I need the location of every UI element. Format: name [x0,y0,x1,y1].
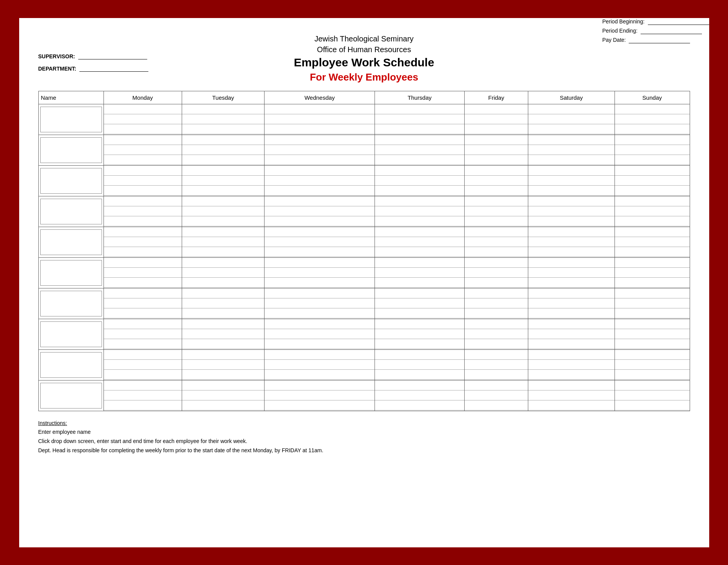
table-row [38,165,690,196]
day-cell[interactable] [375,257,465,288]
day-cell[interactable] [104,227,182,257]
day-cell[interactable] [265,257,375,288]
day-cell[interactable] [104,349,182,380]
day-cell[interactable] [615,319,690,349]
name-cell-4[interactable] [38,227,104,257]
day-cell[interactable] [182,349,265,380]
day-cell[interactable] [615,165,690,196]
day-cell[interactable] [104,257,182,288]
day-cell[interactable] [182,227,265,257]
day-cell[interactable] [265,349,375,380]
period-ending-label: Period Ending: [602,28,638,34]
name-cell-5[interactable] [38,257,104,288]
day-cell[interactable] [464,227,528,257]
day-cell[interactable] [464,104,528,135]
day-cell[interactable] [182,380,265,411]
day-cell[interactable] [265,319,375,349]
day-cell[interactable] [615,257,690,288]
day-cell[interactable] [615,104,690,135]
day-cell[interactable] [104,288,182,319]
day-cell[interactable] [464,349,528,380]
day-cell[interactable] [104,196,182,227]
day-cell[interactable] [182,257,265,288]
day-cell[interactable] [528,380,615,411]
day-cell[interactable] [104,380,182,411]
name-cell-7[interactable] [38,319,104,349]
day-cell[interactable] [528,104,615,135]
col-header-wednesday: Wednesday [265,91,375,104]
table-row [38,227,690,257]
table-row [38,349,690,380]
day-cell[interactable] [375,288,465,319]
table-row [38,257,690,288]
day-cell[interactable] [375,380,465,411]
day-cell[interactable] [464,135,528,165]
day-cell[interactable] [104,319,182,349]
day-cell[interactable] [528,227,615,257]
day-cell[interactable] [265,196,375,227]
day-cell[interactable] [375,104,465,135]
day-cell[interactable] [464,288,528,319]
pay-date-input[interactable] [629,36,690,43]
day-cell[interactable] [464,257,528,288]
instruction-line: Dept. Head is responsible for completing… [38,446,690,455]
name-cell-6[interactable] [38,288,104,319]
day-cell[interactable] [182,196,265,227]
name-cell-9[interactable] [38,380,104,411]
day-cell[interactable] [615,227,690,257]
day-cell[interactable] [182,104,265,135]
day-cell[interactable] [182,288,265,319]
day-cell[interactable] [375,135,465,165]
period-beginning-input[interactable] [648,18,709,25]
col-header-thursday: Thursday [375,91,465,104]
day-cell[interactable] [182,319,265,349]
day-cell[interactable] [265,380,375,411]
name-cell-0[interactable] [38,104,104,135]
day-cell[interactable] [528,349,615,380]
day-cell[interactable] [104,104,182,135]
day-cell[interactable] [182,135,265,165]
day-cell[interactable] [265,288,375,319]
day-cell[interactable] [615,196,690,227]
name-cell-1[interactable] [38,135,104,165]
pay-date-row: Pay Date: [602,36,709,43]
day-cell[interactable] [375,227,465,257]
day-cell[interactable] [464,165,528,196]
period-ending-row: Period Ending: [602,27,709,34]
day-cell[interactable] [528,135,615,165]
day-cell[interactable] [104,165,182,196]
name-cell-8[interactable] [38,349,104,380]
period-ending-input[interactable] [641,27,702,34]
day-cell[interactable] [464,380,528,411]
day-cell[interactable] [528,196,615,227]
name-cell-2[interactable] [38,165,104,196]
day-cell[interactable] [528,257,615,288]
day-cell[interactable] [615,380,690,411]
day-cell[interactable] [375,165,465,196]
instructions-section: Instructions: Enter employee nameClick d… [38,419,690,455]
day-cell[interactable] [375,196,465,227]
day-cell[interactable] [615,349,690,380]
day-cell[interactable] [375,319,465,349]
day-cell[interactable] [615,135,690,165]
day-cell[interactable] [464,319,528,349]
table-row [38,196,690,227]
day-cell[interactable] [528,165,615,196]
day-cell[interactable] [528,319,615,349]
name-cell-3[interactable] [38,196,104,227]
instruction-line: Click drop down screen, enter start and … [38,437,690,446]
pay-date-label: Pay Date: [602,37,626,43]
table-header-row: Name Monday Tuesday Wednesday Thursday F… [38,91,690,104]
day-cell[interactable] [375,349,465,380]
col-header-saturday: Saturday [528,91,615,104]
day-cell[interactable] [265,165,375,196]
day-cell[interactable] [464,196,528,227]
day-cell[interactable] [104,135,182,165]
day-cell[interactable] [265,135,375,165]
day-cell[interactable] [265,227,375,257]
day-cell[interactable] [528,288,615,319]
col-header-sunday: Sunday [615,91,690,104]
day-cell[interactable] [265,104,375,135]
day-cell[interactable] [182,165,265,196]
day-cell[interactable] [615,288,690,319]
